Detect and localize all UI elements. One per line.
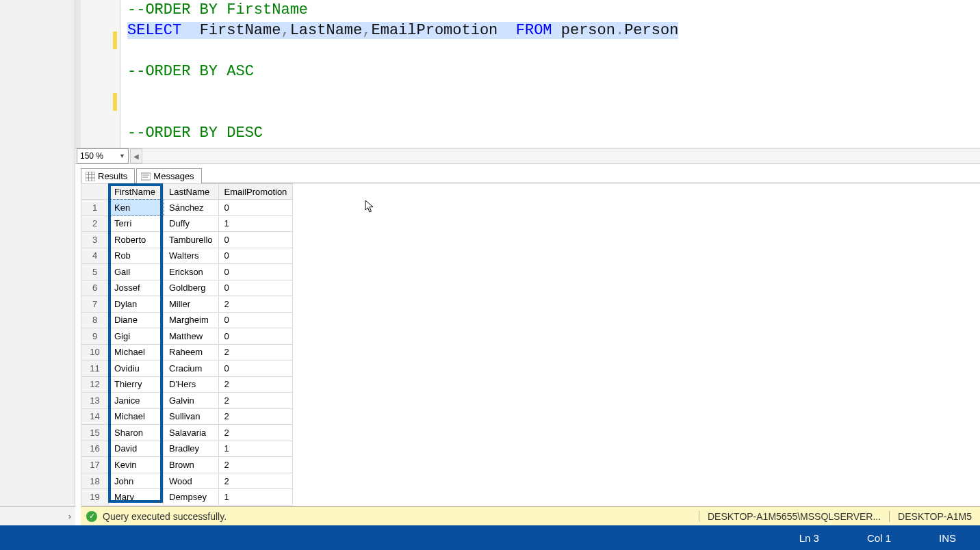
cell-emailpromotion[interactable]: 0 bbox=[218, 232, 293, 248]
table-row[interactable]: 3RobertoTamburello0 bbox=[81, 232, 293, 248]
row-number[interactable]: 19 bbox=[81, 489, 109, 506]
cell-firstname[interactable]: Roberto bbox=[109, 232, 164, 248]
cell-emailpromotion[interactable]: 0 bbox=[218, 361, 293, 377]
table-row[interactable]: 6JossefGoldberg0 bbox=[81, 280, 293, 296]
row-number[interactable]: 7 bbox=[81, 296, 109, 313]
cell-firstname[interactable]: Thierry bbox=[109, 376, 164, 393]
row-number[interactable]: 2 bbox=[81, 215, 109, 232]
sql-editor[interactable]: --ORDER BY FirstName SELECT FirstName,La… bbox=[75, 0, 980, 148]
cell-lastname[interactable]: Cracium bbox=[164, 361, 219, 377]
header-firstname[interactable]: FirstName bbox=[109, 184, 164, 200]
row-number[interactable]: 6 bbox=[81, 280, 109, 296]
cell-lastname[interactable]: Tamburello bbox=[164, 232, 219, 248]
row-number[interactable]: 15 bbox=[81, 425, 109, 441]
cell-lastname[interactable]: Wood bbox=[164, 473, 219, 489]
cell-lastname[interactable]: Duffy bbox=[164, 215, 219, 232]
cell-firstname[interactable]: David bbox=[109, 441, 164, 457]
cell-firstname[interactable]: Gail bbox=[109, 264, 164, 280]
cell-firstname[interactable]: Gigi bbox=[109, 328, 164, 345]
cell-emailpromotion[interactable]: 0 bbox=[218, 312, 293, 328]
cell-firstname[interactable]: Michael bbox=[109, 408, 164, 425]
header-rownum[interactable] bbox=[81, 184, 109, 200]
cell-firstname[interactable]: Ken bbox=[109, 200, 164, 216]
cell-lastname[interactable]: Bradley bbox=[164, 441, 219, 457]
cell-emailpromotion[interactable]: 1 bbox=[218, 441, 293, 457]
cell-firstname[interactable]: Ovidiu bbox=[109, 361, 164, 377]
cell-lastname[interactable]: Sullivan bbox=[164, 408, 219, 425]
cell-lastname[interactable]: Erickson bbox=[164, 264, 219, 280]
scroll-left-button[interactable]: ◀ bbox=[130, 148, 142, 163]
cell-lastname[interactable]: Galvin bbox=[164, 393, 219, 409]
cell-lastname[interactable]: Raheem bbox=[164, 344, 219, 361]
row-number[interactable]: 5 bbox=[81, 264, 109, 280]
cell-firstname[interactable]: John bbox=[109, 473, 164, 489]
cell-firstname[interactable]: Mary bbox=[109, 489, 164, 506]
cell-firstname[interactable]: Janice bbox=[109, 393, 164, 409]
editor-text[interactable]: --ORDER BY FirstName SELECT FirstName,La… bbox=[120, 0, 980, 148]
table-row[interactable]: 16DavidBradley1 bbox=[81, 441, 293, 457]
cell-emailpromotion[interactable]: 2 bbox=[218, 296, 293, 313]
table-row[interactable]: 4RobWalters0 bbox=[81, 248, 293, 264]
cell-emailpromotion[interactable]: 2 bbox=[218, 408, 293, 425]
table-row[interactable]: 13JaniceGalvin2 bbox=[81, 393, 293, 409]
row-number[interactable]: 16 bbox=[81, 441, 109, 457]
results-grid[interactable]: FirstName LastName EmailPromotion 1KenSá… bbox=[81, 183, 293, 506]
table-row[interactable]: 7DylanMiller2 bbox=[81, 296, 293, 313]
cell-firstname[interactable]: Sharon bbox=[109, 425, 164, 441]
cell-emailpromotion[interactable]: 2 bbox=[218, 344, 293, 361]
table-row[interactable]: 17KevinBrown2 bbox=[81, 457, 293, 473]
cell-emailpromotion[interactable]: 2 bbox=[218, 425, 293, 441]
cell-lastname[interactable]: Salavaria bbox=[164, 425, 219, 441]
cell-emailpromotion[interactable]: 1 bbox=[218, 489, 293, 506]
table-row[interactable]: 2TerriDuffy1 bbox=[81, 215, 293, 232]
cell-lastname[interactable]: Matthew bbox=[164, 328, 219, 345]
table-row[interactable]: 9GigiMatthew0 bbox=[81, 328, 293, 345]
cell-firstname[interactable]: Kevin bbox=[109, 457, 164, 473]
zoom-select[interactable]: 150 % ▼ bbox=[77, 148, 129, 163]
table-row[interactable]: 5GailErickson0 bbox=[81, 264, 293, 280]
cell-emailpromotion[interactable]: 2 bbox=[218, 376, 293, 393]
table-row[interactable]: 10MichaelRaheem2 bbox=[81, 344, 293, 361]
table-row[interactable]: 11OvidiuCracium0 bbox=[81, 361, 293, 377]
row-number[interactable]: 18 bbox=[81, 473, 109, 489]
row-number[interactable]: 3 bbox=[81, 232, 109, 248]
cell-emailpromotion[interactable]: 0 bbox=[218, 264, 293, 280]
tab-results[interactable]: Results bbox=[81, 168, 135, 183]
cell-lastname[interactable]: Goldberg bbox=[164, 280, 219, 296]
tab-messages[interactable]: Messages bbox=[136, 168, 201, 183]
row-number[interactable]: 4 bbox=[81, 248, 109, 264]
cell-emailpromotion[interactable]: 0 bbox=[218, 248, 293, 264]
cell-emailpromotion[interactable]: 1 bbox=[218, 215, 293, 232]
row-number[interactable]: 14 bbox=[81, 408, 109, 425]
row-number[interactable]: 8 bbox=[81, 312, 109, 328]
panel-collapse-button[interactable]: › bbox=[0, 506, 75, 525]
object-explorer-pane[interactable] bbox=[0, 0, 75, 506]
cell-firstname[interactable]: Terri bbox=[109, 215, 164, 232]
cell-emailpromotion[interactable]: 2 bbox=[218, 473, 293, 489]
cell-emailpromotion[interactable]: 2 bbox=[218, 457, 293, 473]
table-row[interactable]: 15SharonSalavaria2 bbox=[81, 425, 293, 441]
row-number[interactable]: 17 bbox=[81, 457, 109, 473]
table-row[interactable]: 8DianeMargheim0 bbox=[81, 312, 293, 328]
header-lastname[interactable]: LastName bbox=[164, 184, 219, 200]
header-emailpromotion[interactable]: EmailPromotion bbox=[218, 184, 293, 200]
cell-firstname[interactable]: Jossef bbox=[109, 280, 164, 296]
cell-emailpromotion[interactable]: 0 bbox=[218, 200, 293, 216]
row-number[interactable]: 9 bbox=[81, 328, 109, 345]
row-number[interactable]: 13 bbox=[81, 393, 109, 409]
table-row[interactable]: 14MichaelSullivan2 bbox=[81, 408, 293, 425]
cell-firstname[interactable]: Dylan bbox=[109, 296, 164, 313]
row-number[interactable]: 12 bbox=[81, 376, 109, 393]
table-row[interactable]: 1KenSánchez0 bbox=[81, 200, 293, 216]
table-row[interactable]: 12ThierryD'Hers2 bbox=[81, 376, 293, 393]
row-number[interactable]: 1 bbox=[81, 200, 109, 216]
cell-firstname[interactable]: Diane bbox=[109, 312, 164, 328]
cell-lastname[interactable]: Dempsey bbox=[164, 489, 219, 506]
cell-lastname[interactable]: Walters bbox=[164, 248, 219, 264]
row-number[interactable]: 11 bbox=[81, 361, 109, 377]
cell-lastname[interactable]: Miller bbox=[164, 296, 219, 313]
cell-lastname[interactable]: Sánchez bbox=[164, 200, 219, 216]
cell-firstname[interactable]: Michael bbox=[109, 344, 164, 361]
cell-lastname[interactable]: Brown bbox=[164, 457, 219, 473]
cell-emailpromotion[interactable]: 0 bbox=[218, 328, 293, 345]
